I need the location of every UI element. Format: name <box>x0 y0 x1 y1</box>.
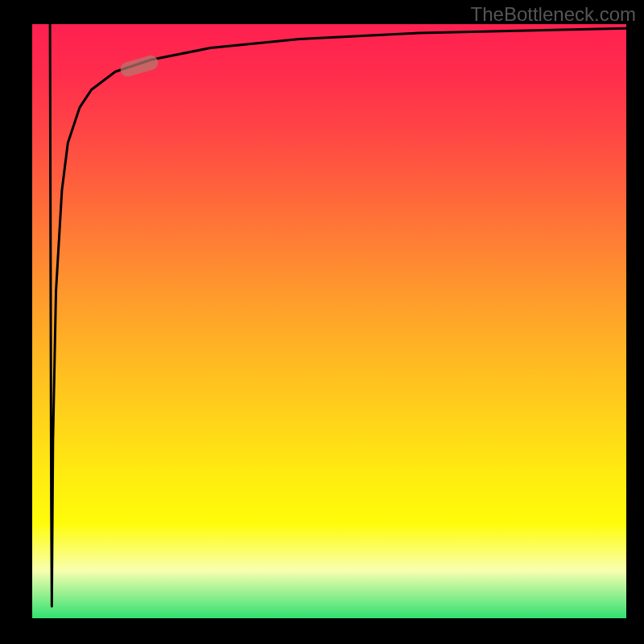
chart-container: TheBottleneck.com <box>0 0 644 644</box>
watermark-text: TheBottleneck.com <box>471 3 636 26</box>
curve-path <box>50 24 626 606</box>
chart-lines <box>32 24 626 618</box>
highlight-marker <box>118 53 159 78</box>
plot-area <box>32 24 626 618</box>
